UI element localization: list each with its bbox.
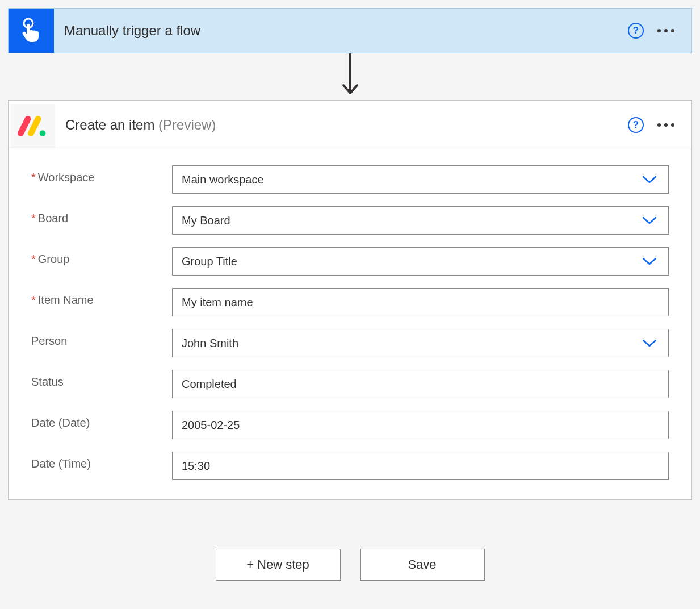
board-label: *Board bbox=[31, 206, 172, 225]
status-value: Completed bbox=[182, 378, 659, 391]
action-title: Create an item (Preview) bbox=[65, 117, 628, 133]
group-label-text: Group bbox=[38, 253, 70, 265]
form-row-person: PersonJohn Smith bbox=[31, 329, 669, 357]
required-star: * bbox=[31, 212, 36, 224]
item_name-input[interactable]: My item name bbox=[172, 288, 669, 316]
board-select[interactable]: My Board bbox=[172, 206, 669, 235]
date_date-input[interactable]: 2005-02-25 bbox=[172, 411, 669, 439]
action-card: Create an item (Preview) ? *WorkspaceMai… bbox=[8, 100, 692, 500]
chevron-down-icon bbox=[642, 257, 659, 266]
person-label: Person bbox=[31, 329, 172, 348]
status-label: Status bbox=[31, 370, 172, 389]
workspace-value: Main workspace bbox=[182, 173, 642, 186]
person-select[interactable]: John Smith bbox=[172, 329, 669, 357]
group-select[interactable]: Group Title bbox=[172, 247, 669, 276]
date_date-value: 2005-02-25 bbox=[182, 419, 659, 432]
person-value: John Smith bbox=[182, 337, 642, 350]
trigger-icon-box bbox=[9, 9, 54, 53]
group-label: *Group bbox=[31, 247, 172, 266]
help-icon[interactable]: ? bbox=[628, 23, 644, 39]
group-value: Group Title bbox=[182, 255, 642, 268]
date_time-label-text: Date (Time) bbox=[31, 457, 91, 470]
date_date-label-text: Date (Date) bbox=[31, 416, 90, 429]
person-label-text: Person bbox=[31, 335, 67, 347]
workspace-select[interactable]: Main workspace bbox=[172, 165, 669, 194]
trigger-title: Manually trigger a flow bbox=[64, 23, 628, 39]
save-button[interactable]: Save bbox=[360, 549, 485, 581]
svg-point-2 bbox=[40, 130, 46, 136]
board-value: My Board bbox=[182, 214, 642, 227]
workspace-label-text: Workspace bbox=[38, 171, 95, 183]
form-row-date_time: Date (Time)15:30 bbox=[31, 452, 669, 480]
more-icon[interactable] bbox=[657, 121, 674, 129]
item_name-value: My item name bbox=[182, 296, 659, 309]
new-step-button[interactable]: + New step bbox=[216, 549, 341, 581]
chevron-down-icon bbox=[642, 216, 659, 225]
required-star: * bbox=[31, 171, 36, 183]
date_time-label: Date (Time) bbox=[31, 452, 172, 470]
form-row-workspace: *WorkspaceMain workspace bbox=[31, 165, 669, 194]
required-star: * bbox=[31, 294, 36, 306]
workspace-label: *Workspace bbox=[31, 165, 172, 184]
chevron-down-icon bbox=[642, 339, 659, 348]
help-icon[interactable]: ? bbox=[628, 117, 644, 133]
chevron-down-icon bbox=[642, 175, 659, 184]
form-row-board: *BoardMy Board bbox=[31, 206, 669, 235]
manual-trigger-icon bbox=[18, 17, 45, 44]
form-row-status: StatusCompleted bbox=[31, 370, 669, 398]
form-row-group: *GroupGroup Title bbox=[31, 247, 669, 276]
trigger-card[interactable]: Manually trigger a flow ? bbox=[8, 8, 692, 53]
action-header[interactable]: Create an item (Preview) ? bbox=[9, 101, 691, 149]
item_name-label-text: Item Name bbox=[38, 294, 94, 306]
more-icon[interactable] bbox=[657, 27, 674, 35]
date_time-input[interactable]: 15:30 bbox=[172, 452, 669, 480]
footer-actions: + New step Save bbox=[216, 549, 485, 581]
required-star: * bbox=[31, 253, 36, 265]
action-icon-box bbox=[11, 104, 55, 148]
flow-arrow bbox=[339, 53, 362, 100]
date_time-value: 15:30 bbox=[182, 460, 659, 473]
form-row-item_name: *Item NameMy item name bbox=[31, 288, 669, 316]
action-form: *WorkspaceMain workspace*BoardMy Board*G… bbox=[9, 149, 691, 499]
board-label-text: Board bbox=[38, 212, 68, 224]
status-label-text: Status bbox=[31, 376, 64, 388]
status-input[interactable]: Completed bbox=[172, 370, 669, 398]
monday-icon bbox=[18, 115, 48, 137]
form-row-date_date: Date (Date)2005-02-25 bbox=[31, 411, 669, 439]
item_name-label: *Item Name bbox=[31, 288, 172, 307]
preview-badge: (Preview) bbox=[158, 117, 216, 132]
date_date-label: Date (Date) bbox=[31, 411, 172, 429]
